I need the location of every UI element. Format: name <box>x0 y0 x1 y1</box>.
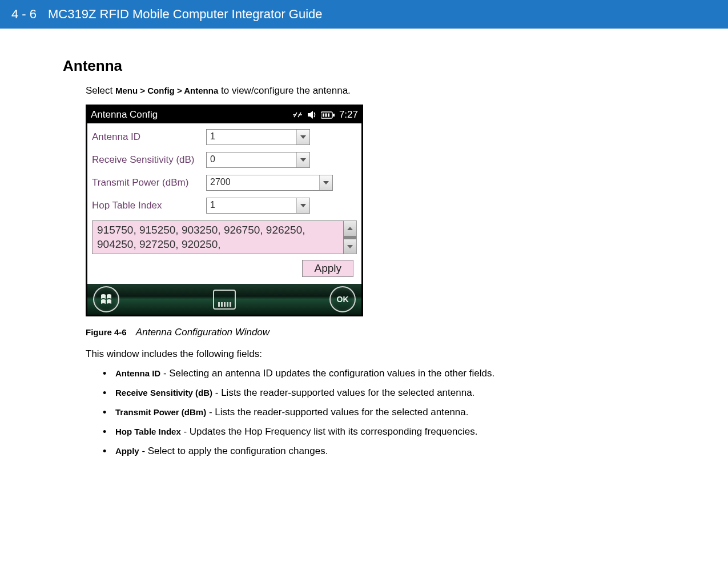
figure-label: Figure 4-6 <box>86 327 127 337</box>
intro-text: Select Menu > Config > Antenna to view/c… <box>63 85 662 97</box>
figure-caption: Figure 4-6 Antenna Configuration Window <box>86 327 662 338</box>
combo-antenna-id[interactable]: 1 <box>206 129 310 145</box>
term-desc: - Select to apply the configuration chan… <box>139 445 328 456</box>
combo-receive-sensitivity[interactable]: 0 <box>206 152 310 168</box>
label-antenna-id: Antenna ID <box>92 131 206 143</box>
connection-icon <box>292 111 303 119</box>
row-receive-sensitivity: Receive Sensitivity (dB) 0 <box>92 152 357 168</box>
svg-rect-2 <box>333 114 335 117</box>
svg-marker-6 <box>300 135 306 139</box>
svg-rect-4 <box>325 113 327 117</box>
term: Receive Sensitivity (dB) <box>115 388 212 398</box>
term-desc: - Selecting an antenna ID updates the co… <box>160 368 494 379</box>
dropdown-icon[interactable] <box>296 152 309 167</box>
svg-marker-9 <box>300 204 306 207</box>
label-hop-index: Hop Table Index <box>92 200 206 211</box>
frequency-list-container: 915750, 915250, 903250, 926750, 926250, … <box>92 220 357 254</box>
scroll-down-icon[interactable] <box>344 239 356 254</box>
section-heading: Antenna <box>63 57 662 75</box>
term: Apply <box>115 446 139 456</box>
form-area: Antenna ID 1 Receive Sensitivity (dB) 0 … <box>87 123 361 284</box>
label-transmit-power: Transmit Power (dBm) <box>92 177 206 188</box>
svg-marker-7 <box>300 158 306 162</box>
svg-marker-8 <box>323 181 329 184</box>
svg-marker-10 <box>347 227 353 230</box>
value-transmit-power: 2700 <box>207 175 319 190</box>
term-desc: - Lists the reader-supported values for … <box>212 387 474 398</box>
label-receive-sensitivity: Receive Sensitivity (dB) <box>92 154 206 166</box>
dropdown-icon[interactable] <box>319 175 332 190</box>
speaker-icon <box>307 111 316 119</box>
page-content: Antenna Select Menu > Config > Antenna t… <box>0 29 662 482</box>
battery-icon <box>321 111 335 119</box>
ok-label: OK <box>337 295 349 304</box>
term: Antenna ID <box>115 368 160 378</box>
svg-marker-0 <box>308 111 313 119</box>
list-item: Hop Table Index - Updates the Hop Freque… <box>103 426 662 438</box>
svg-rect-5 <box>328 113 329 117</box>
ok-button[interactable]: OK <box>329 286 356 312</box>
frequency-list[interactable]: 915750, 915250, 903250, 926750, 926250, … <box>92 220 344 254</box>
window-title: Antenna Config <box>91 109 158 121</box>
field-list: Antenna ID - Selecting an antenna ID upd… <box>63 368 662 457</box>
apply-row: Apply <box>92 260 353 277</box>
apply-button[interactable]: Apply <box>302 260 353 277</box>
list-item: Receive Sensitivity (dB) - Lists the rea… <box>103 387 662 399</box>
clock: 7:27 <box>339 109 358 121</box>
term: Hop Table Index <box>115 427 181 436</box>
page-number: 4 - 6 <box>11 7 37 22</box>
row-hop-index: Hop Table Index 1 <box>92 198 357 214</box>
value-hop-index: 1 <box>207 198 296 213</box>
value-receive-sensitivity: 0 <box>207 152 296 167</box>
intro-prefix: Select <box>86 85 115 96</box>
svg-rect-3 <box>323 113 324 117</box>
scrollbar[interactable] <box>344 220 357 254</box>
dropdown-icon[interactable] <box>296 130 309 145</box>
combo-transmit-power[interactable]: 2700 <box>206 175 333 191</box>
list-item: Transmit Power (dBm) - Lists the reader-… <box>103 407 662 418</box>
figure-title: Antenna Configuration Window <box>136 327 270 338</box>
document-title: MC319Z RFID Mobile Computer Integrator G… <box>48 7 323 22</box>
term: Transmit Power (dBm) <box>115 407 206 417</box>
term-desc: - Updates the Hop Frequency list with it… <box>181 426 478 437</box>
row-transmit-power: Transmit Power (dBm) 2700 <box>92 175 357 191</box>
intro-breadcrumb: Menu > Config > Antenna <box>115 86 218 95</box>
list-item: Antenna ID - Selecting an antenna ID upd… <box>103 368 662 379</box>
list-item: Apply - Select to apply the configuratio… <box>103 445 662 457</box>
bottom-bar: OK <box>87 284 361 315</box>
scroll-up-icon[interactable] <box>344 221 356 236</box>
svg-marker-11 <box>347 245 353 248</box>
window-titlebar: Antenna Config 7:27 <box>87 106 361 123</box>
intro-suffix: to view/configure the antenna. <box>218 85 351 96</box>
term-desc: - Lists the reader-supported values for … <box>206 407 468 418</box>
keyboard-button[interactable] <box>213 290 236 310</box>
dropdown-icon[interactable] <box>296 198 309 213</box>
fields-lead: This window includes the following field… <box>63 348 662 360</box>
page-header: 4 - 6 MC319Z RFID Mobile Computer Integr… <box>0 0 728 29</box>
status-area: 7:27 <box>292 109 358 121</box>
screenshot-figure: Antenna Config 7:27 Antenna ID 1 <box>86 105 363 316</box>
combo-hop-index[interactable]: 1 <box>206 198 310 214</box>
windows-start-button[interactable] <box>93 286 119 312</box>
value-antenna-id: 1 <box>207 130 296 145</box>
row-antenna-id: Antenna ID 1 <box>92 129 357 145</box>
